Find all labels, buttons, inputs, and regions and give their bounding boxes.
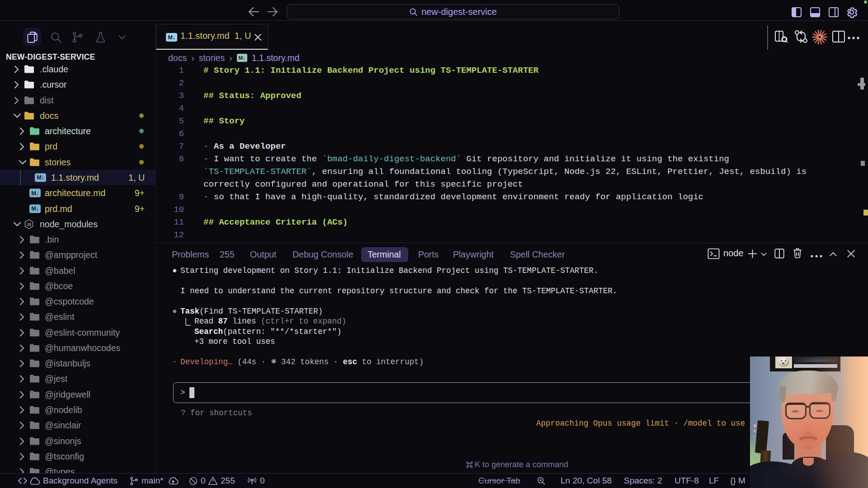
svg-text:JS: JS [26,222,31,226]
